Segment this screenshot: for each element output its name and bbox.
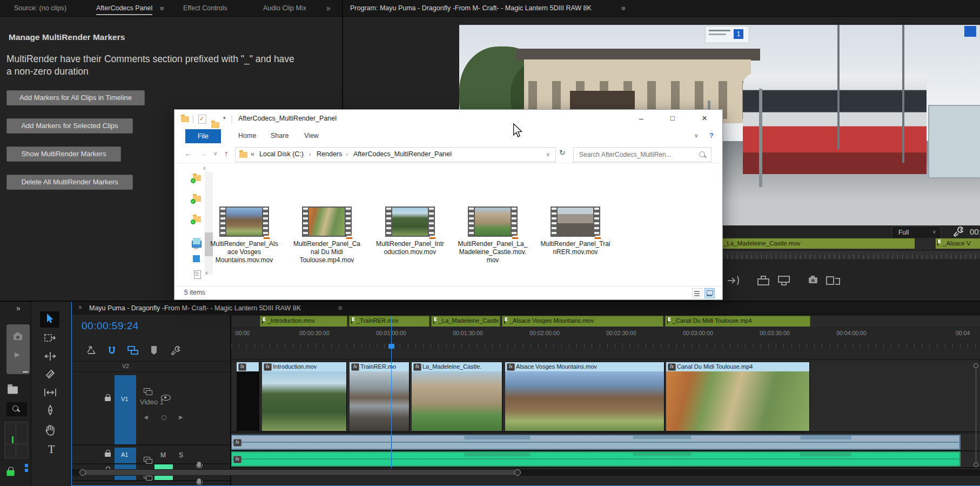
clip-canal-du-midi[interactable]: fxCanal Du Midi Toulouse.mp4 <box>666 362 810 431</box>
sequence-marker[interactable]: _TrainRER.mov <box>349 316 429 327</box>
crumb-chevron[interactable]: › <box>309 151 311 157</box>
vscroll-handle-top[interactable] <box>974 363 978 368</box>
onedrive-folder-icon[interactable]: ✓ <box>193 196 201 202</box>
add-marker-icon[interactable] <box>150 345 158 356</box>
nav-scroll-up-icon[interactable]: ∧ <box>203 165 206 171</box>
zoom-level-select[interactable]: Full ∨ <box>891 226 941 239</box>
panel-expand-icon[interactable]: » <box>16 304 21 312</box>
sequence-marker[interactable]: _Canal Du Midi Toulouse.mp4 <box>665 316 810 327</box>
new-folder-icon[interactable] <box>211 122 219 128</box>
3d-objects-icon[interactable] <box>193 238 200 244</box>
desktop-icon[interactable] <box>193 255 200 262</box>
linked-selection-icon[interactable] <box>127 345 139 356</box>
folder-up-icon[interactable] <box>8 387 18 394</box>
clip-la-madeleine-castle[interactable]: fxLa_Madeleine_Castle. <box>412 362 502 431</box>
file-item[interactable]: MultiRender_Panel_Alsace Vosges Mountain… <box>207 207 281 264</box>
solo-button-a1[interactable]: S <box>179 451 183 459</box>
sequence-marker[interactable]: _Alsace Vosges Mountains.mov <box>502 316 663 327</box>
menu-file[interactable]: File <box>185 129 221 143</box>
nav-scroll-down-icon[interactable]: ∨ <box>205 270 209 276</box>
track-v1-name[interactable]: Video 1 <box>140 398 164 406</box>
file-item[interactable]: MultiRender_Panel_La_Madeleine_Castle.mo… <box>456 207 529 264</box>
insert-icon[interactable] <box>727 275 741 287</box>
sequence-marker[interactable]: _Introduction.mov <box>260 316 347 327</box>
track-a2-lane[interactable]: fx <box>231 451 980 468</box>
tab-overflow-icon[interactable]: » <box>326 4 331 12</box>
prev-keyframe-icon[interactable]: ◀ <box>144 414 148 420</box>
file-item[interactable]: MultiRender_Panel_TrainRER.mov.mov <box>539 207 612 256</box>
onedrive-folder-icon[interactable]: ✓ <box>193 216 201 222</box>
vscroll-handle-bottom[interactable] <box>974 462 978 467</box>
audio-clip-a1[interactable]: fx <box>231 435 961 450</box>
address-field[interactable]: « Local Disk (C:) › Renders › AfterCodec… <box>235 147 556 162</box>
time-ruler[interactable]: :00:00 00:00:30:00 00:01:00:00 00:01:30:… <box>231 327 980 348</box>
tab-program-monitor[interactable]: Program: Mayu Puma - Dragonfly -From M- … <box>350 4 592 12</box>
scrollbar-handle-left[interactable] <box>79 469 86 476</box>
export-frame-camera-icon[interactable] <box>809 277 817 283</box>
forward-icon[interactable]: → <box>199 149 207 158</box>
documents-icon[interactable] <box>194 270 201 279</box>
mute-button-a1[interactable]: M <box>160 451 166 459</box>
qat-caret-icon[interactable]: ▾ <box>223 115 226 121</box>
program-marker-span-next[interactable]: _Alsace V <box>936 238 980 249</box>
track-lock-icon[interactable] <box>105 397 111 401</box>
add-markers-selected-clips-button[interactable]: Add Markers for Selected Clips <box>6 118 133 134</box>
menu-share[interactable]: Share <box>271 132 288 139</box>
playhead-line[interactable] <box>391 316 392 468</box>
add-keyframe-icon[interactable] <box>162 415 166 420</box>
properties-check-icon[interactable]: ✓ <box>198 115 206 124</box>
program-panel-menu-icon[interactable]: ≡ <box>621 4 626 12</box>
audio-clip-a2[interactable]: fx <box>231 451 961 467</box>
menu-view[interactable]: View <box>304 132 319 139</box>
razor-tool[interactable] <box>44 368 56 380</box>
search-input[interactable] <box>578 149 694 161</box>
program-marker-span[interactable]: _La_Madeleine_Castle.mov <box>716 238 915 249</box>
breadcrumb-renders[interactable]: Renders <box>317 150 342 158</box>
back-icon[interactable]: ← <box>184 149 192 158</box>
menu-home[interactable]: Home <box>238 132 256 139</box>
vertical-scrollbar[interactable] <box>974 363 978 467</box>
ripple-edit-tool[interactable] <box>44 350 57 362</box>
nest-sequence-icon[interactable] <box>86 345 97 356</box>
track-lock-icon[interactable] <box>105 452 111 457</box>
show-multirender-markers-button[interactable]: Show MultiRender Markers <box>6 147 121 162</box>
unlocked-sync-icon[interactable] <box>6 470 14 476</box>
track-v1-lane[interactable]: fx fxIntroduction.mov fxTrainRER.mo fxLa… <box>231 362 980 432</box>
file-item[interactable]: MultiRender_Panel_Introduction.mov.mov <box>373 207 447 256</box>
settings-wrench-icon[interactable] <box>952 225 964 237</box>
panel-menu-icon[interactable]: ≡ <box>160 4 164 12</box>
tab-sequence[interactable]: Mayu Puma - Dragonfly -From M- Craft- - … <box>89 304 301 312</box>
playhead-head[interactable] <box>388 344 394 349</box>
track-v2-lane[interactable] <box>231 348 980 359</box>
hand-tool[interactable] <box>44 424 56 437</box>
track-select-forward-tool[interactable] <box>44 332 57 344</box>
slip-tool[interactable] <box>43 387 57 398</box>
scrollbar-thumb[interactable] <box>82 470 518 475</box>
media-browser-thumb[interactable]: ▶ <box>6 324 30 374</box>
minimize-button[interactable]: – <box>639 114 643 123</box>
delete-all-multirender-markers-button[interactable]: Delete All MultiRender Markers <box>6 175 133 190</box>
search-field[interactable] <box>573 147 711 162</box>
thumbnail-view-toggle[interactable] <box>704 288 715 298</box>
track-a1-header[interactable]: A1 M S <box>72 448 230 464</box>
tab-aftercodecs-panel[interactable]: AfterCodecs Panel <box>96 4 152 12</box>
breadcrumb-local-disk[interactable]: Local Disk (C:) <box>259 150 304 158</box>
explorer-titlebar[interactable]: | ✓ ▾ | AfterCodecs_MultiRender_Panel – … <box>174 110 722 128</box>
pen-tool[interactable] <box>45 404 56 417</box>
horizontal-scrollbar[interactable] <box>72 469 980 476</box>
timeline-settings-wrench-icon[interactable] <box>170 345 181 356</box>
search-box-collapsed[interactable] <box>6 402 27 416</box>
history-caret-icon[interactable]: ∨ <box>213 150 217 156</box>
track-a1-target[interactable]: A1 <box>115 448 136 463</box>
voiceover-mic-icon[interactable] <box>197 478 201 484</box>
help-icon[interactable]: ? <box>709 131 714 139</box>
refresh-icon[interactable]: ↻ <box>559 148 566 157</box>
sync-lock-icon[interactable] <box>144 457 151 463</box>
clip-alsace-vosges[interactable]: fxAlsace Vosges Mountains.mov <box>505 362 664 431</box>
track-a1-lane[interactable]: fx <box>231 435 980 451</box>
sequence-marker[interactable]: _La_Madeleine_Castle.m <box>431 316 500 327</box>
onedrive-folder-icon[interactable]: ✓ <box>193 175 201 181</box>
track-v2-header[interactable]: V2 <box>72 361 230 372</box>
lift-icon[interactable] <box>756 275 770 287</box>
file-item[interactable]: MultiRender_Panel_Canal Du Midi Toulouse… <box>290 207 364 264</box>
